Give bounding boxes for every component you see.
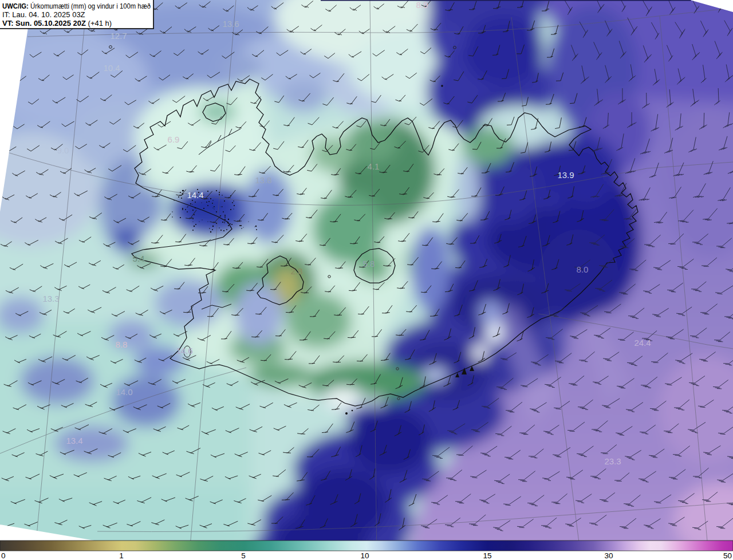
svg-text:5.4: 5.4 bbox=[133, 254, 145, 263]
svg-text:13.3: 13.3 bbox=[42, 294, 59, 303]
svg-text:12.7: 12.7 bbox=[110, 31, 127, 41]
svg-text:13.9: 13.9 bbox=[557, 170, 574, 180]
svg-text:10: 10 bbox=[360, 551, 369, 560]
svg-text:8.8: 8.8 bbox=[116, 340, 128, 349]
svg-text:23.3: 23.3 bbox=[604, 456, 621, 466]
svg-text:UWC/IG: Úrkomumætti (mm) og vi: UWC/IG: Úrkomumætti (mm) og vindur i 100… bbox=[2, 2, 151, 10]
svg-text:14.4: 14.4 bbox=[187, 190, 203, 200]
svg-text:1: 1 bbox=[119, 551, 124, 560]
svg-text:13.6: 13.6 bbox=[222, 19, 239, 29]
svg-text:9.0: 9.0 bbox=[57, 145, 69, 155]
svg-text:VT: Sun. 05.10.2025 20Z (+41 h: VT: Sun. 05.10.2025 20Z (+41 h) bbox=[2, 19, 112, 27]
svg-text:6.9: 6.9 bbox=[168, 135, 180, 144]
svg-text:4.1: 4.1 bbox=[368, 161, 380, 171]
svg-text:14.0: 14.0 bbox=[116, 387, 132, 397]
svg-text:5.8: 5.8 bbox=[363, 259, 375, 269]
svg-text:15: 15 bbox=[483, 551, 491, 560]
svg-text:IT: Lau. 04. 10. 2025 03Z: IT: Lau. 04. 10. 2025 03Z bbox=[2, 10, 85, 19]
svg-text:8.0: 8.0 bbox=[577, 265, 589, 274]
svg-text:14.6: 14.6 bbox=[176, 346, 192, 356]
svg-text:13.8: 13.8 bbox=[255, 175, 271, 185]
svg-text:13.4: 13.4 bbox=[66, 436, 82, 445]
svg-text:0: 0 bbox=[1, 551, 6, 560]
svg-text:5: 5 bbox=[241, 551, 246, 560]
svg-text:8.9: 8.9 bbox=[416, 0, 428, 10]
svg-text:50: 50 bbox=[723, 551, 732, 560]
svg-text:30: 30 bbox=[604, 551, 613, 560]
svg-text:2.8: 2.8 bbox=[291, 266, 303, 276]
svg-text:10.4: 10.4 bbox=[103, 63, 120, 73]
svg-text:24.4: 24.4 bbox=[634, 338, 651, 348]
